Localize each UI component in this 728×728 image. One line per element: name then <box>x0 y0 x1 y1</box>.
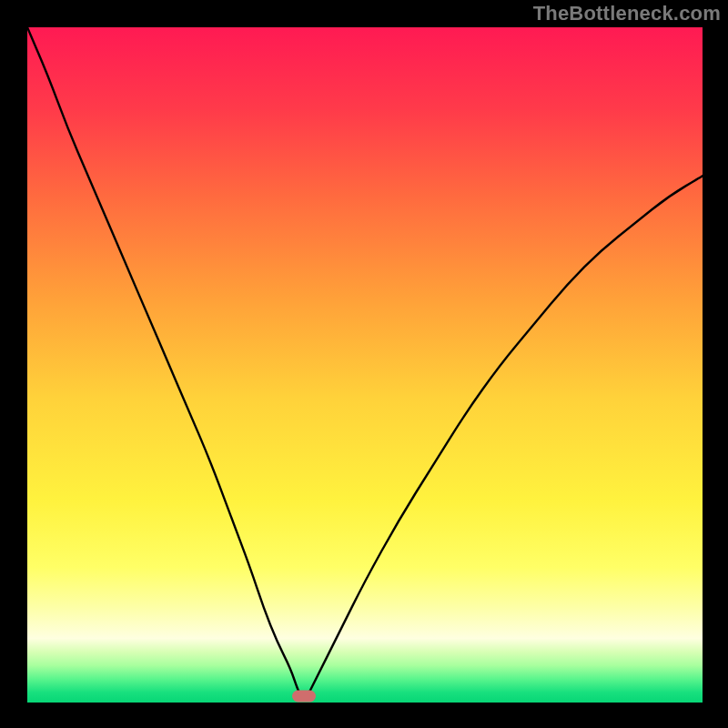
chart-frame: TheBottleneck.com <box>0 0 728 728</box>
plot-area <box>27 27 703 703</box>
bottleneck-curve <box>27 27 703 703</box>
watermark-text: TheBottleneck.com <box>533 2 721 25</box>
optimal-marker <box>292 690 316 702</box>
